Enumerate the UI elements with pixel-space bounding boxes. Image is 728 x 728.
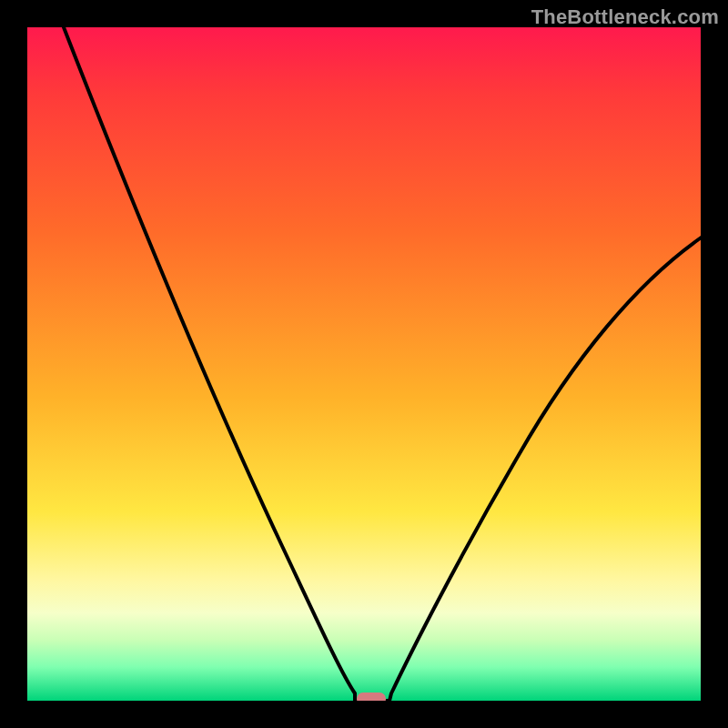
watermark-text: TheBottleneck.com: [531, 5, 719, 29]
bottleneck-curve-svg: [27, 27, 701, 701]
optimal-marker: [357, 693, 386, 701]
bottleneck-curve-path: [64, 27, 701, 701]
chart-frame: TheBottleneck.com: [0, 0, 728, 728]
plot-area: [27, 27, 701, 701]
